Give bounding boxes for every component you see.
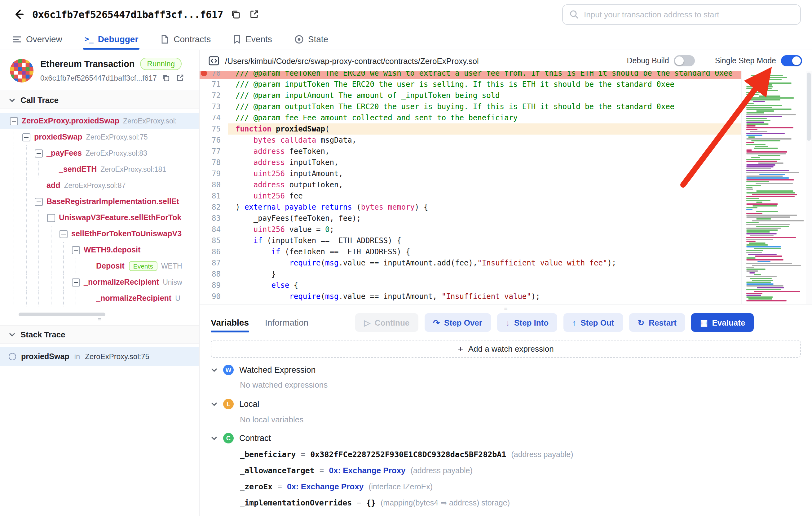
- copy-hash-button[interactable]: [161, 73, 171, 83]
- call-trace-row[interactable]: _sendETHZeroExProxy.sol:181: [0, 161, 199, 178]
- copy-tx-button[interactable]: [229, 8, 242, 21]
- line-number[interactable]: 85: [200, 235, 228, 246]
- variable-row[interactable]: _implementationOverrides={}(mapping(byte…: [240, 495, 801, 511]
- add-watch-expression-button[interactable]: + Add a watch expression: [211, 340, 801, 358]
- line-number[interactable]: 84: [200, 224, 228, 235]
- tree-guide: [22, 290, 35, 306]
- call-trace-row[interactable]: addZeroExProxy.sol:87: [0, 178, 199, 193]
- contract-section-icon: C: [223, 433, 234, 444]
- tab-information[interactable]: Information: [265, 311, 308, 335]
- call-trace-function: UniswapV3Feature.sellEthForTok: [59, 213, 181, 222]
- line-number[interactable]: 81: [200, 190, 228, 201]
- call-trace-row[interactable]: UniswapV3Feature.sellEthForTok: [0, 210, 199, 226]
- tab-contracts[interactable]: Contracts: [159, 29, 212, 50]
- call-trace-function: ZeroExProxy.proxiedSwap: [22, 116, 119, 125]
- line-number[interactable]: 86: [200, 246, 228, 257]
- variable-row[interactable]: _zeroEx=0x: Exchange Proxy(interface IZe…: [240, 479, 801, 495]
- code-token: [236, 158, 254, 167]
- line-number[interactable]: 89: [200, 280, 228, 291]
- code-token: uint256: [254, 225, 285, 234]
- contract-section[interactable]: C Contract: [211, 430, 801, 446]
- minimap-line: [746, 170, 789, 171]
- evaluate-button[interactable]: ▦Evaluate: [691, 314, 754, 332]
- open-hash-button[interactable]: [175, 73, 185, 83]
- continue-button[interactable]: ▷Continue: [355, 314, 418, 332]
- line-number[interactable]: 80: [200, 179, 228, 190]
- tab-variables[interactable]: Variables: [211, 311, 249, 335]
- debug-panel: Variables Information ▷Continue ↷Step Ov…: [200, 311, 812, 516]
- variable-type: (mapping(bytes4 ⇒ address) storage): [381, 498, 510, 508]
- variable-value[interactable]: 0x: Exchange Proxy: [287, 482, 364, 491]
- breakpoint-icon[interactable]: [201, 71, 207, 76]
- horizontal-scrollbar[interactable]: [19, 313, 105, 316]
- line-number[interactable]: 72: [200, 90, 228, 101]
- scrollbar-thumb[interactable]: [807, 73, 811, 141]
- watched-expression-section[interactable]: W Watched Expression: [211, 361, 801, 378]
- line-number[interactable]: 71: [200, 79, 228, 90]
- step-out-button[interactable]: ↑Step Out: [563, 314, 622, 332]
- line-number[interactable]: 77: [200, 146, 228, 157]
- call-trace-row[interactable]: _normalizeRecipientU: [0, 290, 199, 306]
- call-trace-row[interactable]: DepositEventsWETH: [0, 258, 199, 274]
- line-number[interactable]: 73: [200, 101, 228, 112]
- collapse-box-icon[interactable]: [47, 214, 55, 222]
- open-external-button[interactable]: [248, 8, 260, 21]
- tab-state[interactable]: State: [293, 29, 329, 50]
- line-number[interactable]: 88: [200, 269, 228, 280]
- minimap-line: [746, 121, 764, 123]
- panel-resize-handle[interactable]: ≡: [0, 316, 199, 325]
- collapse-box-icon[interactable]: [10, 117, 18, 125]
- single-step-mode-toggle[interactable]: [781, 55, 802, 66]
- tree-guide: [35, 258, 47, 274]
- collapse-box-icon[interactable]: [59, 230, 67, 238]
- stack-trace-row[interactable]: proxiedSwap in ZeroExProxy.sol:75: [0, 347, 199, 366]
- line-number[interactable]: 82: [200, 201, 228, 213]
- local-section[interactable]: L Local: [211, 396, 801, 412]
- call-trace-row[interactable]: proxiedSwapZeroExProxy.sol:75: [0, 129, 199, 145]
- restart-button[interactable]: ↻Restart: [629, 314, 685, 332]
- minimap-line: [746, 281, 771, 283]
- editor-minimap[interactable]: [741, 71, 806, 304]
- debug-build-toggle[interactable]: [674, 55, 695, 66]
- call-trace-row[interactable]: BaseRegistrarImplementation.sellEt: [0, 193, 199, 210]
- collapse-box-icon[interactable]: [72, 246, 80, 254]
- collapse-box-icon[interactable]: [72, 278, 80, 286]
- variable-row[interactable]: _beneficiary=0x382fFCe2287252F930E1C8DC9…: [240, 446, 801, 463]
- tab-events[interactable]: Events: [232, 29, 273, 50]
- call-trace-row[interactable]: _normalizeRecipientUnisw: [0, 274, 199, 290]
- page-title-tx-hash: 0x6c1fb7ef5265447d1baff3cf...f617: [32, 8, 223, 20]
- search-input[interactable]: [584, 9, 794, 19]
- code-scroll-area[interactable]: 70/// @param feeToken The ERC20 we wish …: [200, 71, 741, 304]
- step-over-button[interactable]: ↷Step Over: [424, 314, 491, 332]
- tab-debugger[interactable]: >_ Debugger: [83, 29, 140, 50]
- call-trace-header[interactable]: Call Trace: [0, 90, 199, 109]
- call-trace-row[interactable]: _payFeesZeroExProxy.sol:83: [0, 145, 199, 161]
- minimap-line: [753, 147, 778, 149]
- step-into-button[interactable]: ↓Step Into: [497, 314, 557, 332]
- call-trace-row[interactable]: WETH9.deposit: [0, 242, 199, 258]
- line-number[interactable]: 90: [200, 291, 228, 302]
- stack-frame-function: proxiedSwap: [21, 352, 69, 361]
- call-trace-row[interactable]: sellEthForTokenToUniswapV3: [0, 226, 199, 242]
- equals-sign: =: [320, 466, 324, 475]
- line-number[interactable]: 74: [200, 112, 228, 124]
- tab-overview[interactable]: Overview: [11, 29, 63, 50]
- stack-trace-header[interactable]: Stack Trace: [0, 325, 199, 344]
- line-number[interactable]: 87: [200, 257, 228, 269]
- line-number[interactable]: 70: [200, 71, 228, 79]
- code-line-text: if (inputToken == _ETH_ADDRESS) {: [228, 235, 741, 246]
- collapse-box-icon[interactable]: [35, 197, 43, 206]
- line-number[interactable]: 79: [200, 168, 228, 179]
- line-number[interactable]: 75: [200, 124, 228, 135]
- editor-resize-handle[interactable]: ≡: [200, 304, 812, 311]
- collapse-box-icon[interactable]: [22, 133, 30, 141]
- collapse-box-icon[interactable]: [35, 149, 43, 157]
- variable-value[interactable]: 0x: Exchange Proxy: [329, 466, 405, 476]
- vertical-scrollbar[interactable]: [806, 71, 812, 304]
- call-trace-row[interactable]: ZeroExProxy.proxiedSwapZeroExProxy.sol:: [0, 113, 199, 129]
- line-number[interactable]: 76: [200, 135, 228, 146]
- back-button[interactable]: [11, 7, 26, 22]
- line-number[interactable]: 83: [200, 213, 228, 224]
- variable-row[interactable]: _allowanceTarget=0x: Exchange Proxy(addr…: [240, 463, 801, 479]
- line-number[interactable]: 78: [200, 157, 228, 168]
